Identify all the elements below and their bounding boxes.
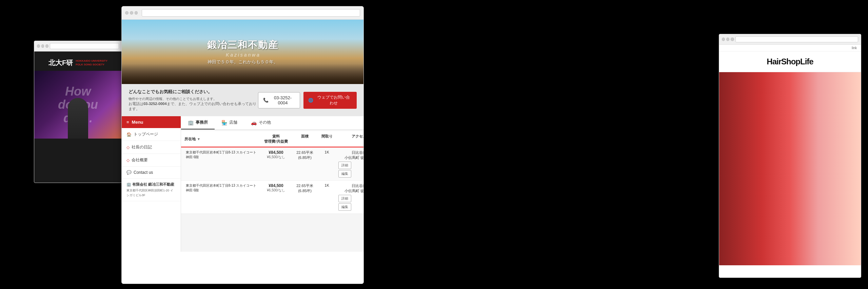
price-sub-1: ¥6,500/なし: [260, 155, 292, 160]
company-icon: ◇: [126, 158, 130, 163]
hero-title-main: 鍛冶三和不動産: [207, 39, 278, 51]
property-table: 所在地 ▼ 賃料管理費/共益費 面積 間取り アクセス 東京都千代田区岩本町1丁…: [181, 131, 364, 214]
tab-other[interactable]: 🚗 その他: [244, 116, 278, 129]
contact-bar-left: どんなことでもお気軽にご相談ください。 物件やその周辺の情報、その他のことでもお…: [129, 89, 258, 111]
window-dot-yellow[interactable]: [41, 44, 44, 48]
cell-price-2: ¥84,500 ¥6,500/なし: [259, 183, 293, 193]
office-icon: 🏢: [188, 120, 194, 125]
phone-icon: 📞: [263, 98, 269, 103]
header-location[interactable]: 所在地 ▼: [184, 134, 259, 144]
face-overlay: [719, 72, 861, 265]
window-realestate: 鍛冶三和不動産 K a z i s a n w a 神田で５０年。これからも５０…: [121, 6, 364, 284]
property-tabs: 🏢 事務所 🏪 店舗 🚗 その他: [181, 116, 364, 130]
window-dot-red[interactable]: [37, 44, 40, 48]
header-floor-plan: 間取り: [317, 134, 337, 144]
hero-title-roman: K a z i s a n w a: [207, 52, 278, 58]
hairshop-photo: [719, 72, 861, 265]
web-button-label: ウェブでお問い合わせ: [315, 95, 352, 106]
window-dot-green[interactable]: [45, 44, 48, 48]
table-header: 所在地 ▼ 賃料管理費/共益費 面積 間取り アクセス: [181, 131, 364, 147]
url-bar-main[interactable]: [142, 9, 360, 17]
table-row: 東京都千代田区岩本町1丁目8-13 スカイコート神田 6階 ¥84,500 ¥6…: [181, 147, 364, 181]
menu-header-label: Menu: [132, 120, 143, 125]
sidebar-item-top[interactable]: 🏠 トップページ: [122, 128, 181, 141]
sidebar-item-company[interactable]: ◇ 会社概要: [122, 154, 181, 167]
contact-bar-desc-1: 物件やその周辺の情報、その他のことでもお答えします。: [129, 96, 258, 101]
table-row: 東京都千代田区岩本町1丁目8-13 スカイコート神田 6階 ¥84,500 ¥6…: [181, 181, 364, 214]
cell-access-2: 日比谷線小伝馬町 徒歩3分 詳細 編集: [337, 183, 364, 211]
menu-header-icon: ≡: [126, 120, 129, 125]
window-dot-green-main[interactable]: [135, 11, 138, 15]
window-folk-song: 北大F研 HOKKAIDO UNIVERSITY FOLK SONG SOCIE…: [34, 41, 122, 183]
price-sub-2: ¥6,500/なし: [260, 188, 292, 193]
edit-button-1[interactable]: 編集: [338, 170, 351, 178]
contact-us-icon: 💬: [126, 170, 132, 175]
main-content-area: ≡ Menu 🏠 トップページ ◇ 社長の日記 ◇ 会社概要 💬 Contact…: [122, 116, 363, 252]
hero-title-block: 鍛冶三和不動産 K a z i s a n w a 神田で５０年。これからも５０…: [207, 39, 278, 65]
tab-store-label: 店舗: [229, 120, 237, 125]
sort-icon: ▼: [197, 137, 200, 141]
window-dot-green-right[interactable]: [731, 38, 734, 41]
cell-area-1: 22.65平米(6.85坪): [293, 150, 317, 160]
window-dot-yellow-main[interactable]: [130, 11, 133, 15]
contact-bar-desc-2: お電話は03-3252-0004まで、また、ウェブ上でのお問い合わせも承っており…: [129, 101, 258, 111]
diary-icon: ◇: [126, 145, 130, 150]
phone-button[interactable]: 📞 03-3252-0004: [258, 92, 300, 108]
window-dot-yellow-right[interactable]: [726, 38, 729, 41]
window-dot-red-right[interactable]: [722, 38, 725, 41]
cell-price-1: ¥84,500 ¥6,500/なし: [259, 150, 293, 160]
cell-access-1: 日比谷線小伝馬町 徒歩3分 詳細 編集: [337, 150, 364, 178]
hairshop-nav-link[interactable]: link: [852, 46, 857, 50]
cell-floorplan-2: 1K: [317, 183, 337, 187]
hero-subtitle: 神田で５０年。これからも５０年。: [207, 59, 278, 65]
folk-english: HOKKAIDO UNIVERSITY FOLK SONG SOCIETY: [76, 59, 107, 66]
header-price: 賃料管理費/共益費: [259, 134, 293, 144]
hairshop-header: HairShopLife: [719, 51, 861, 72]
company-name: 🏢 有限会社 鍛冶三和不動産: [126, 182, 176, 187]
phone-button-label: 03-3252-0004: [271, 95, 295, 105]
car-icon: 🚗: [251, 120, 257, 125]
store-icon: 🏪: [221, 120, 227, 125]
folk-content: 北大F研 HOKKAIDO UNIVERSITY FOLK SONG SOCIE…: [34, 51, 122, 183]
contact-bar-right: 📞 03-3252-0004 🌐 ウェブでお問い合わせ: [258, 92, 357, 109]
folk-kanji: 北大F研: [48, 58, 73, 67]
price-main-2: ¥84,500: [260, 183, 292, 188]
web-inquiry-button[interactable]: 🌐 ウェブでお問い合わせ: [303, 92, 357, 109]
web-icon: 🌐: [308, 98, 313, 103]
company-icon2: 🏢: [126, 182, 131, 186]
cell-floorplan-1: 1K: [317, 150, 337, 154]
detail-button-1[interactable]: 詳細: [338, 162, 351, 169]
sidebar-item-diary[interactable]: ◇ 社長の日記: [122, 141, 181, 154]
hairshop-content: link HairShopLife: [719, 45, 861, 265]
price-main-1: ¥84,500: [260, 150, 292, 155]
tab-office-label: 事務所: [196, 120, 208, 125]
company-info: 🏢 有限会社 鍛冶三和不動産 東京都千代田区神田須田町1-20 イシガミビル3F: [122, 179, 181, 201]
company-address: 東京都千代田区神田須田町1-20 イシガミビル3F: [126, 188, 176, 198]
hairshop-logo: HairShopLife: [726, 57, 854, 66]
sidebar-item-company-label: 会社概要: [132, 157, 148, 163]
sidebar-item-diary-label: 社長の日記: [132, 144, 152, 150]
contact-bar: どんなことでもお気軽にご相談ください。 物件やその周辺の情報、その他のことでもお…: [122, 84, 363, 116]
folk-hero: Howdo youdre...: [34, 71, 122, 139]
cell-location-2: 東京都千代田区岩本町1丁目8-13 スカイコート神田 6階: [184, 183, 259, 193]
contact-bar-title: どんなことでもお気軽にご相談ください。: [129, 89, 258, 95]
content-right: 🏢 事務所 🏪 店舗 🚗 その他 所在地 ▼: [181, 116, 364, 252]
contact-us-label[interactable]: 💬 Contact us: [126, 170, 176, 175]
hairshop-nav: link: [719, 45, 861, 51]
detail-button-2[interactable]: 詳細: [338, 195, 351, 202]
edit-button-2[interactable]: 編集: [338, 203, 351, 211]
url-bar-left[interactable]: [50, 43, 119, 49]
menu-header: ≡ Menu: [122, 116, 181, 128]
home-icon: 🏠: [126, 132, 132, 137]
hero-section: 鍛冶三和不動産 K a z i s a n w a 神田で５０年。これからも５０…: [122, 20, 363, 84]
contact-us-text: Contact us: [134, 170, 153, 175]
window-titlebar-right: [719, 34, 861, 45]
hero-cityscape: [122, 64, 363, 84]
window-dot-red-main[interactable]: [125, 11, 129, 15]
contact-us-section: 💬 Contact us: [122, 167, 181, 179]
cell-location-1: 東京都千代田区岩本町1丁目8-13 スカイコート神田 6階: [184, 150, 259, 160]
header-access: アクセス: [337, 134, 364, 144]
url-bar-right[interactable]: [735, 36, 858, 42]
tab-store[interactable]: 🏪 店舗: [215, 116, 244, 129]
tab-office[interactable]: 🏢 事務所: [181, 116, 215, 129]
